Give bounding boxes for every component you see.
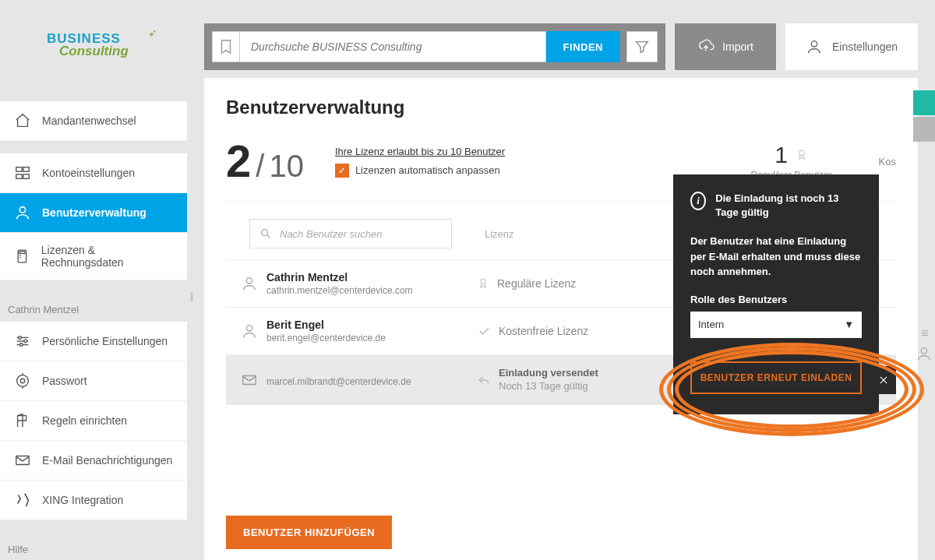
invitation-popover: i Die Einladung ist noch 13 Tage gültig …: [673, 174, 879, 414]
filter-button[interactable]: [626, 31, 658, 62]
svg-rect-3: [16, 174, 22, 179]
svg-rect-1: [16, 167, 22, 172]
user-license: Kostenfreie Lizenz: [499, 325, 588, 337]
svg-point-14: [24, 340, 27, 343]
sidebar-collapse-handle[interactable]: ║: [187, 280, 196, 312]
free-users-hint: Kos: [879, 156, 896, 167]
sidebar-personal-settings[interactable]: Persönliche Einstellungen: [0, 322, 187, 361]
reply-icon: [477, 373, 491, 387]
svg-point-5: [19, 207, 25, 213]
add-user-button[interactable]: BENUTZER HINZUFÜGEN: [226, 516, 392, 549]
edge-tab-grey[interactable]: [913, 117, 935, 142]
svg-point-17: [20, 379, 25, 383]
auto-adjust-label: Lizenzen automatisch anpassen: [355, 164, 500, 176]
badge-icon: [477, 276, 489, 291]
info-icon: i: [690, 192, 706, 210]
global-search-input[interactable]: [240, 31, 546, 62]
svg-point-16: [17, 375, 29, 387]
svg-point-23: [799, 150, 805, 156]
search-block: FINDEN: [204, 23, 665, 70]
sidebar-email-notifications[interactable]: E-Mail Benachrichtigungen: [0, 441, 187, 481]
svg-rect-7: [19, 252, 25, 254]
sidebar-help[interactable]: Hilfe: [0, 533, 187, 560]
user-name: Berit Engel: [266, 319, 477, 331]
pending-status: Einladung versendet Noch 13 Tage gültig: [499, 367, 598, 393]
sidebar-rules[interactable]: Regeln einrichten: [0, 401, 187, 441]
sidebar-user-label: Cathrin Mentzel: [0, 293, 187, 322]
svg-point-24: [262, 230, 268, 236]
edge-tabs: [913, 90, 935, 143]
svg-point-26: [246, 278, 252, 284]
pending-user-email: marcel.milbrandt@centerdevice.de: [266, 376, 477, 387]
find-button[interactable]: FINDEN: [546, 31, 620, 62]
user-license: Reguläre Lizenz: [497, 277, 576, 290]
svg-rect-4: [23, 174, 29, 179]
user-name: Cathrin Mentzel: [266, 271, 477, 284]
user-email: cathrin.mentzel@centerdevice.com: [266, 285, 477, 296]
svg-rect-20: [16, 456, 30, 465]
top-settings-label: Einstellungen: [832, 41, 898, 53]
user-icon[interactable]: [916, 345, 933, 362]
bookmark-icon[interactable]: [212, 31, 240, 62]
import-button[interactable]: Import: [675, 23, 776, 70]
sidebar-account-settings[interactable]: Kontoeinstellungen: [0, 153, 187, 193]
page-title: Benutzerverwaltung: [226, 97, 896, 118]
badge-icon: [796, 147, 808, 163]
popover-body: Der Benutzer hat eine Einladung per E-Ma…: [690, 234, 862, 280]
sidebar-tenant-switch[interactable]: Mandantenwechsel: [0, 101, 187, 141]
brand-logo: ➶ BUSINESS Consulting: [47, 31, 156, 59]
svg-point-0: [811, 41, 817, 47]
role-label: Rolle des Benutzers: [690, 294, 862, 305]
license-info: Ihre Lizenz erlaubt bis zu 10 Benutzer ✓…: [335, 146, 505, 178]
check-icon: [477, 324, 491, 338]
top-bar: FINDEN Import Einstellungen: [204, 23, 918, 70]
role-select[interactable]: Intern ▼: [690, 312, 862, 338]
auto-adjust-checkbox[interactable]: ✓: [335, 164, 349, 178]
main-content: Benutzerverwaltung 2 /10 Ihre Lizenz erl…: [204, 78, 918, 560]
license-info-link[interactable]: Ihre Lizenz erlaubt bis zu 10 Benutzer: [335, 146, 505, 157]
chevron-down-icon: ▼: [844, 319, 854, 330]
close-icon: [878, 375, 889, 386]
user-icon: [241, 322, 258, 340]
svg-rect-2: [23, 167, 29, 172]
svg-point-28: [246, 326, 252, 331]
sidebar-password[interactable]: Passwort: [0, 361, 187, 401]
svg-point-32: [921, 348, 926, 354]
sidebar-licenses-billing[interactable]: Lizenzen & Rechnungsdaten: [0, 233, 187, 280]
user-email: berit.engel@centerdevice.de: [266, 333, 477, 343]
sidebar-xing-integration[interactable]: XING Integration: [0, 481, 187, 520]
arrow-icon: ➶: [148, 26, 157, 39]
edge-tab-teal[interactable]: [913, 90, 935, 115]
license-count: 2 /10: [226, 139, 304, 184]
svg-rect-29: [243, 376, 256, 385]
search-icon: [259, 227, 272, 240]
svg-line-25: [267, 235, 270, 238]
svg-point-13: [19, 336, 22, 340]
edge-bottom-controls: ≡: [913, 326, 935, 362]
import-label: Import: [722, 41, 753, 53]
mail-icon: [241, 372, 258, 389]
svg-point-15: [19, 343, 23, 347]
svg-point-27: [481, 279, 486, 284]
popover-title: Die Einladung ist noch 13 Tage gültig: [715, 192, 862, 220]
reinvite-user-button[interactable]: BENUTZER ERNEUT EINLADEN: [690, 361, 862, 394]
sidebar-user-management[interactable]: Benutzerverwaltung: [0, 193, 187, 233]
drag-handle-icon[interactable]: ≡: [921, 326, 926, 340]
sidebar: Mandantenwechsel Kontoeinstellungen Benu…: [0, 101, 187, 560]
user-search-input[interactable]: Nach Benutzer suchen: [249, 219, 452, 248]
top-settings-button[interactable]: Einstellungen: [785, 23, 918, 70]
user-icon: [241, 275, 258, 292]
license-column-label: Lizenz: [485, 228, 514, 240]
